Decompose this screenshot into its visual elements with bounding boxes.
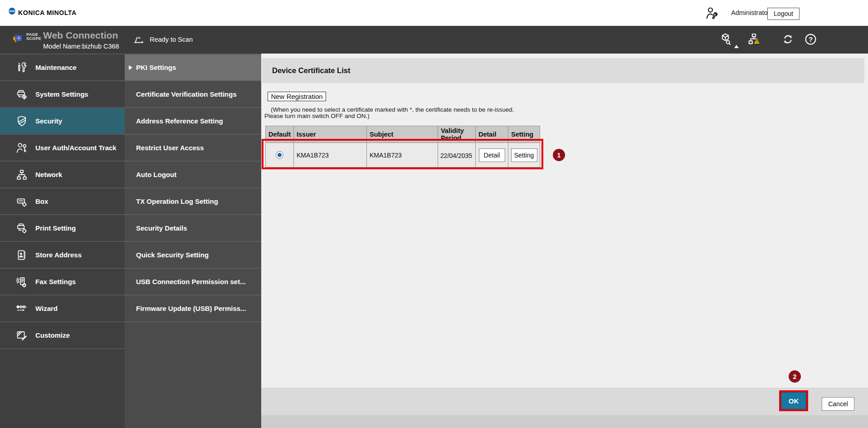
- logout-button[interactable]: Logout: [767, 8, 800, 20]
- sidebar-item-system-settings[interactable]: System Settings: [0, 81, 125, 108]
- certificate-note: (When you need to select a certificate m…: [264, 107, 514, 119]
- konica-minolta-globe-icon: [8, 7, 16, 17]
- column-header-default: Default: [266, 126, 294, 143]
- administrator-wrench-icon: [705, 6, 719, 22]
- svg-text:!: !: [756, 39, 758, 44]
- page-title: Device Certificate List: [262, 58, 864, 83]
- model-name-label: Model Name:bizhub C368: [43, 43, 119, 50]
- submenu-item-label: TX Operation Log Setting: [136, 197, 218, 205]
- box-icon: [15, 195, 28, 208]
- header-icon-group: ! ?: [718, 33, 817, 47]
- user-key-icon: [15, 142, 28, 154]
- submenu-item-certificate-verification[interactable]: Certificate Verification Settings: [125, 81, 261, 108]
- refresh-icon[interactable]: [782, 33, 794, 47]
- pagescope-logo-icon: [11, 31, 25, 47]
- submenu-item-restrict-user-access[interactable]: Restrict User Access: [125, 135, 261, 162]
- submenu-item-label: Firmware Update (USB) Permiss...: [136, 305, 246, 312]
- device-status-icon[interactable]: [718, 32, 739, 48]
- submenu-item-security-details[interactable]: Security Details: [125, 215, 261, 242]
- submenu-item-auto-logout[interactable]: Auto Logout: [125, 162, 261, 188]
- sidebar-item-security[interactable]: Security: [0, 108, 125, 135]
- sidebar-item-box[interactable]: Box: [0, 188, 125, 215]
- sidebar-item-label: Print Setting: [35, 224, 76, 232]
- submenu-item-label: Certificate Verification Settings: [136, 90, 237, 98]
- setting-button[interactable]: Setting: [511, 148, 537, 162]
- sidebar-item-print-setting[interactable]: Print Setting: [0, 215, 125, 242]
- maintenance-icon: [15, 61, 28, 74]
- column-header-detail: Detail: [476, 126, 508, 143]
- subject-cell: KMA1B723: [367, 143, 438, 167]
- table-header-row: Default Issuer Subject Validity Period D…: [266, 126, 540, 143]
- submenu-item-label: Quick Security Setting: [136, 251, 209, 259]
- device-certificate-table: Default Issuer Subject Validity Period D…: [265, 126, 540, 167]
- note-line-1: (When you need to select a certificate m…: [264, 107, 514, 113]
- device-status-text: Ready to Scan: [150, 36, 193, 43]
- scanner-status-icon: [132, 34, 145, 48]
- product-title: Web Connection: [43, 30, 118, 41]
- sidebar-item-label: System Settings: [35, 90, 88, 98]
- submenu-item-firmware-update-usb[interactable]: Firmware Update (USB) Permiss...: [125, 295, 261, 322]
- sidebar-item-fax-settings[interactable]: Fax Settings: [0, 269, 125, 295]
- pagescope-wordmark: PAGE SCOPE: [26, 33, 41, 41]
- fax-icon: [15, 275, 28, 288]
- address-book-icon: [15, 249, 28, 261]
- default-cell: [266, 143, 294, 167]
- submenu-item-quick-security[interactable]: Quick Security Setting: [125, 242, 261, 269]
- svg-text:?: ?: [809, 35, 813, 43]
- default-radio[interactable]: [276, 151, 283, 159]
- submenu-item-label: Auto Logout: [136, 171, 176, 178]
- sidebar-item-maintenance[interactable]: Maintenance: [0, 54, 125, 81]
- submenu-item-tx-operation-log[interactable]: TX Operation Log Setting: [125, 188, 261, 215]
- sidebar-item-label: Customize: [35, 331, 70, 339]
- sidebar-item-label: Box: [35, 197, 48, 205]
- sidebar-item-label: Store Address: [35, 251, 82, 259]
- ok-button[interactable]: OK: [781, 392, 806, 409]
- sidebar-item-label: Maintenance: [35, 64, 77, 71]
- logged-in-user-label: Administrator: [731, 9, 770, 16]
- column-header-setting: Setting: [508, 126, 540, 143]
- column-header-validity-period: Validity Period: [438, 126, 476, 143]
- submenu-item-usb-connection-permission[interactable]: USB Connection Permission set...: [125, 269, 261, 295]
- sidebar-item-wizard[interactable]: Wizard: [0, 295, 125, 322]
- sidebar-item-label: Wizard: [35, 305, 58, 312]
- system-settings-icon: [15, 88, 28, 101]
- annotation-step-1-badge: 1: [553, 149, 565, 161]
- validity-period-cell: 22/04/2035: [438, 143, 476, 167]
- sidebar-item-user-auth[interactable]: User Auth/Account Track: [0, 135, 125, 162]
- submenu-item-pki-settings[interactable]: PKI Settings: [125, 54, 261, 81]
- sidebar-item-label: User Auth/Account Track: [35, 144, 117, 152]
- help-icon[interactable]: ?: [804, 33, 817, 48]
- sidebar-item-customize[interactable]: Customize: [0, 322, 125, 349]
- main-content: Device Certificate List New Registration…: [261, 54, 868, 428]
- cancel-button[interactable]: Cancel: [822, 397, 854, 411]
- app-header: PAGE SCOPE Web Connection Model Name:biz…: [0, 26, 868, 54]
- customize-icon: [15, 329, 28, 342]
- sidebar-item-store-address[interactable]: Store Address: [0, 242, 125, 269]
- print-setting-icon: [15, 222, 28, 235]
- certificate-row: KMA1B723 KMA1B723 22/04/2035 Detail Sett…: [266, 143, 540, 167]
- issuer-cell: KMA1B723: [294, 143, 367, 167]
- brand-logo-text: KONICA MINOLTA: [18, 9, 77, 16]
- submenu-item-label: Address Reference Setting: [136, 117, 223, 125]
- submenu-item-address-reference[interactable]: Address Reference Setting: [125, 108, 261, 135]
- submenu-item-label: USB Connection Permission set...: [136, 278, 246, 285]
- detail-button[interactable]: Detail: [479, 148, 505, 162]
- selected-arrow-icon: [129, 65, 132, 70]
- footer-band: [261, 388, 868, 415]
- column-header-issuer: Issuer: [294, 126, 367, 143]
- sidebar-item-network[interactable]: Network: [0, 162, 125, 188]
- column-header-subject: Subject: [367, 126, 438, 143]
- wizard-icon: [15, 302, 28, 315]
- footer-band-lower: [261, 415, 868, 428]
- annotation-highlight-ok: OK: [779, 390, 808, 411]
- submenu-item-label: Security Details: [136, 224, 187, 232]
- top-bar: KONICA MINOLTA Administrator Logout: [0, 0, 868, 26]
- setting-cell: Setting: [508, 143, 540, 167]
- submenu-item-label: PKI Settings: [136, 64, 176, 71]
- new-registration-button[interactable]: New Registration: [268, 92, 326, 101]
- detail-cell: Detail: [476, 143, 508, 167]
- sidebar-item-label: Security: [35, 117, 62, 125]
- primary-sidebar: Maintenance System Settings Security: [0, 54, 125, 428]
- chevron-up-icon[interactable]: [734, 45, 739, 48]
- network-warning-icon[interactable]: !: [747, 32, 761, 48]
